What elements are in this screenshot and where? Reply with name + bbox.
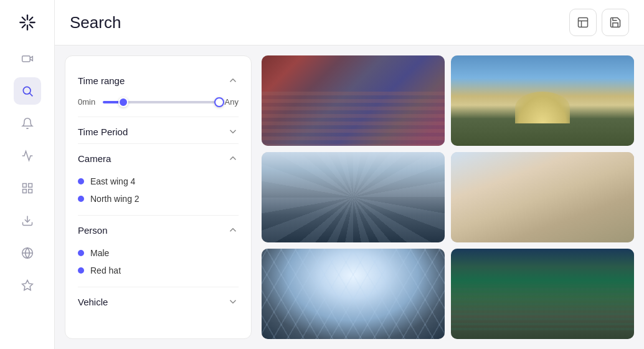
vehicle-header[interactable]: Vehicle bbox=[78, 290, 239, 313]
gallery-item-5[interactable] bbox=[262, 249, 445, 339]
camera-item-east-wing[interactable]: East wing 4 bbox=[78, 173, 239, 190]
page-title: Search bbox=[70, 13, 121, 32]
camera-items: East wing 4 North wing 2 bbox=[78, 170, 239, 215]
svg-line-5 bbox=[29, 25, 32, 28]
person-items: Male Red hat bbox=[78, 242, 239, 287]
svg-line-6 bbox=[29, 17, 32, 21]
svg-rect-8 bbox=[22, 56, 30, 62]
time-range-section: Time range 0min Any bbox=[78, 69, 239, 117]
filter-dot bbox=[78, 196, 84, 202]
svg-rect-14 bbox=[28, 189, 32, 193]
main-area: Search bbox=[55, 0, 644, 349]
chevron-down-icon bbox=[227, 126, 239, 137]
svg-point-9 bbox=[23, 87, 31, 94]
content-area: Time range 0min Any bbox=[55, 45, 644, 349]
gallery-thumb-4 bbox=[451, 152, 634, 242]
svg-marker-18 bbox=[22, 280, 32, 290]
svg-line-4 bbox=[22, 17, 25, 21]
time-range-content: 0min Any bbox=[78, 92, 239, 117]
gallery-thumb-5 bbox=[262, 249, 445, 339]
gallery-item-3[interactable] bbox=[262, 152, 445, 242]
svg-line-7 bbox=[22, 25, 25, 28]
person-item-red-hat[interactable]: Red hat bbox=[78, 262, 239, 279]
person-header[interactable]: Person bbox=[78, 218, 239, 242]
gallery-item-4[interactable] bbox=[451, 152, 634, 242]
filter-dot bbox=[78, 178, 84, 184]
person-red-hat-label: Red hat bbox=[90, 265, 121, 275]
gallery-item-6[interactable] bbox=[451, 249, 634, 339]
gallery-thumb-1 bbox=[262, 55, 445, 146]
time-period-label: Time Period bbox=[78, 127, 128, 137]
camera-east-wing-label: East wing 4 bbox=[90, 176, 135, 186]
slider-thumb-right[interactable] bbox=[214, 97, 224, 107]
gallery-item-1[interactable] bbox=[262, 55, 445, 146]
layout-button[interactable] bbox=[569, 9, 597, 36]
slider-thumb-left[interactable] bbox=[118, 97, 128, 107]
filter-panel: Time range 0min Any bbox=[65, 55, 252, 339]
gallery bbox=[252, 45, 644, 349]
gallery-thumb-6 bbox=[451, 249, 634, 339]
camera-north-wing-label: North wing 2 bbox=[90, 194, 140, 204]
vehicle-label: Vehicle bbox=[78, 297, 108, 307]
logo bbox=[15, 10, 40, 35]
person-item-male[interactable]: Male bbox=[78, 244, 239, 262]
time-period-section: Time Period bbox=[78, 120, 239, 144]
svg-line-10 bbox=[29, 93, 32, 97]
chevron-up-icon bbox=[227, 75, 239, 86]
sidebar-item-search[interactable] bbox=[14, 77, 41, 105]
sidebar-item-favorites[interactable] bbox=[14, 272, 41, 299]
sidebar bbox=[0, 0, 55, 349]
header-actions bbox=[569, 9, 629, 36]
divider bbox=[78, 117, 239, 117]
chevron-down-icon bbox=[227, 296, 239, 307]
vehicle-section: Vehicle bbox=[78, 290, 239, 313]
filter-dot bbox=[78, 267, 84, 274]
slider-max-label: Any bbox=[225, 97, 239, 107]
chevron-up-icon bbox=[227, 224, 239, 236]
sidebar-item-grid[interactable] bbox=[14, 174, 41, 202]
sidebar-item-globe[interactable] bbox=[14, 239, 41, 267]
camera-header[interactable]: Camera bbox=[78, 146, 239, 170]
person-male-label: Male bbox=[90, 248, 109, 258]
gallery-thumb-3 bbox=[262, 152, 445, 242]
sidebar-item-bell[interactable] bbox=[14, 110, 41, 137]
svg-rect-12 bbox=[28, 184, 32, 188]
gallery-item-2[interactable] bbox=[451, 55, 634, 146]
person-section: Person Male Red hat bbox=[78, 218, 239, 287]
svg-rect-11 bbox=[22, 184, 26, 188]
camera-section: Camera East wing 4 North wing 2 bbox=[78, 146, 239, 216]
divider bbox=[78, 287, 239, 287]
header: Search bbox=[55, 0, 644, 45]
slider-min-label: 0min bbox=[78, 97, 95, 107]
svg-rect-13 bbox=[22, 189, 26, 193]
chevron-up-icon bbox=[227, 153, 239, 164]
slider-track[interactable] bbox=[103, 101, 217, 103]
time-range-header[interactable]: Time range bbox=[78, 69, 239, 92]
person-label: Person bbox=[78, 225, 108, 236]
time-range-label: Time range bbox=[78, 75, 125, 86]
time-range-slider[interactable]: 0min Any bbox=[78, 97, 239, 107]
camera-item-north-wing[interactable]: North wing 2 bbox=[78, 190, 239, 208]
time-period-header[interactable]: Time Period bbox=[78, 120, 239, 143]
divider bbox=[78, 215, 239, 216]
save-button[interactable] bbox=[602, 9, 629, 36]
sidebar-item-analytics[interactable] bbox=[14, 142, 41, 170]
svg-rect-19 bbox=[579, 18, 588, 27]
camera-label: Camera bbox=[78, 153, 111, 164]
filter-dot bbox=[78, 250, 84, 256]
gallery-thumb-2 bbox=[451, 55, 634, 146]
sidebar-item-download[interactable] bbox=[14, 207, 41, 234]
divider bbox=[78, 143, 239, 144]
sidebar-item-camera[interactable] bbox=[14, 45, 41, 72]
